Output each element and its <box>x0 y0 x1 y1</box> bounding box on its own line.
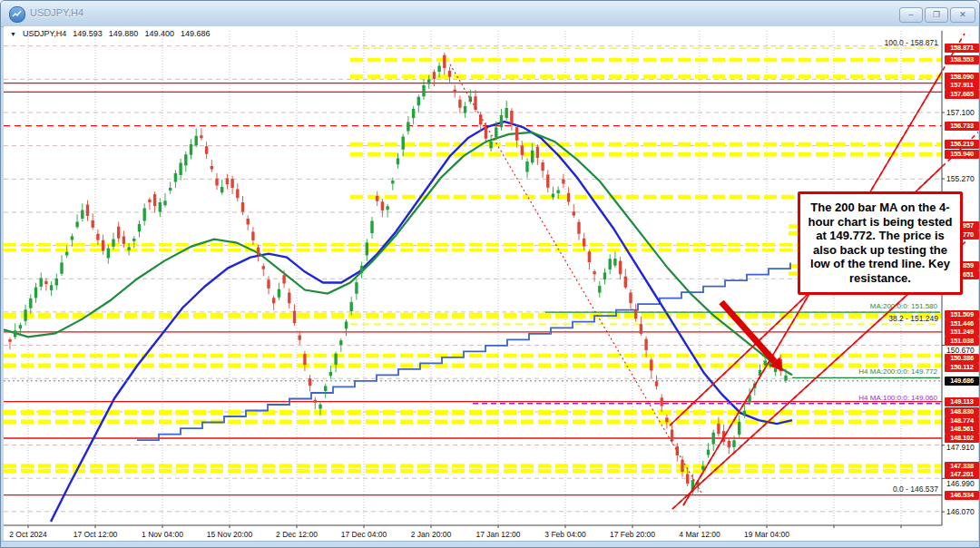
time-axis-label: 2 Jan 20:00 <box>411 530 451 539</box>
time-axis-label: 15 Nov 20:00 <box>207 530 253 539</box>
chart-window: USDJPY,H4 – ❐ ✕ 100.0 - 158.87138.2 - 15… <box>0 0 980 548</box>
svg-text:38.2 - 151.249: 38.2 - 151.249 <box>888 314 938 323</box>
time-axis-label: 1 Nov 04:00 <box>142 530 183 539</box>
close-value: 149.686 <box>181 29 211 38</box>
time-axis-label: 19 Mar 04:00 <box>744 530 789 539</box>
annotation-box[interactable]: The 200 bar MA on the 4-hour chart is be… <box>798 191 963 295</box>
high-value: 149.880 <box>109 29 139 38</box>
svg-text:100.0 - 158.871: 100.0 - 158.871 <box>884 38 938 47</box>
time-axis-label: 17 Feb 20:00 <box>610 530 655 539</box>
time-axis-label: 3 Feb 04:00 <box>544 530 585 539</box>
time-axis-label: 4 Mar 12:00 <box>679 530 720 539</box>
time-axis-label: 17 Jan 12:00 <box>475 530 520 539</box>
low-value: 149.400 <box>144 29 174 38</box>
time-axis-label: 2 Dec 12:00 <box>276 530 318 539</box>
svg-text:H4 MA:100:0:0: 149.060: H4 MA:100:0:0: 149.060 <box>858 394 937 402</box>
window-bottom-border <box>1 541 980 548</box>
svg-text:H4 MA:200:0:0: 149.772: H4 MA:200:0:0: 149.772 <box>858 367 937 376</box>
time-axis-label: 17 Dec 04:00 <box>341 530 387 539</box>
chevron-down-icon[interactable]: ▼ <box>10 31 16 37</box>
annotation-text: The 200 bar MA on the 4-hour chart is be… <box>804 201 956 286</box>
svg-text:0.0 - 146.537: 0.0 - 146.537 <box>893 484 938 494</box>
time-axis: 2 Oct 202417 Oct 12:001 Nov 04:0015 Nov … <box>1 528 945 541</box>
time-axis-label: 2 Oct 2024 <box>9 530 47 539</box>
open-value: 149.593 <box>73 29 103 38</box>
time-axis-label: 17 Oct 12:00 <box>74 530 118 539</box>
symbol-label: USDJPY,H4 <box>23 29 66 38</box>
ohlc-header: ▼USDJPY,H4149.593149.880149.400149.686 <box>10 29 216 38</box>
svg-text:MA:200:0:0: 151.580: MA:200:0:0: 151.580 <box>870 302 938 310</box>
